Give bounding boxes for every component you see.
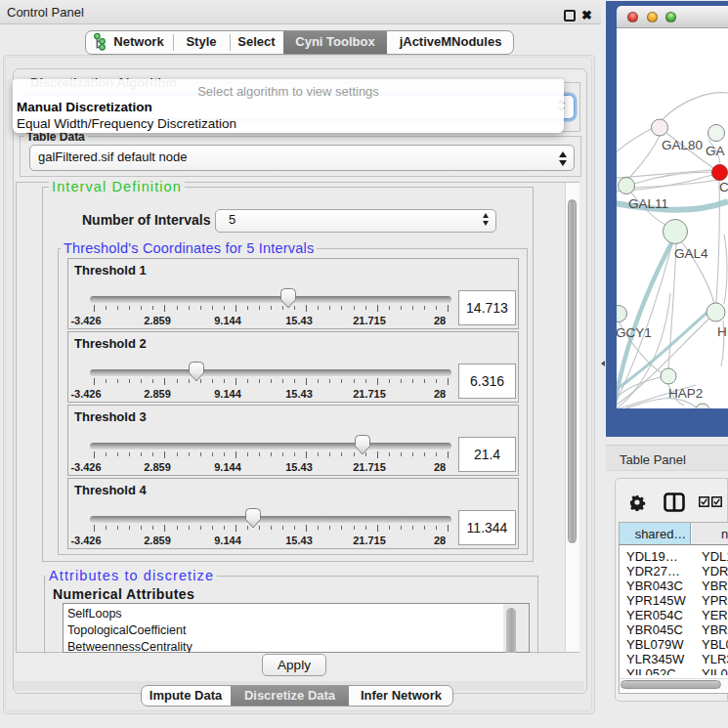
svg-text:GAL80: GAL80	[662, 138, 703, 152]
svg-text:GA: GA	[706, 144, 725, 158]
svg-text:H: H	[717, 324, 727, 339]
svg-text:C: C	[719, 180, 728, 194]
svg-text:GCY1: GCY1	[617, 325, 652, 340]
svg-text:HAP2: HAP2	[668, 386, 703, 401]
svg-text:GAL4: GAL4	[674, 246, 708, 261]
svg-text:GAL11: GAL11	[628, 196, 668, 211]
